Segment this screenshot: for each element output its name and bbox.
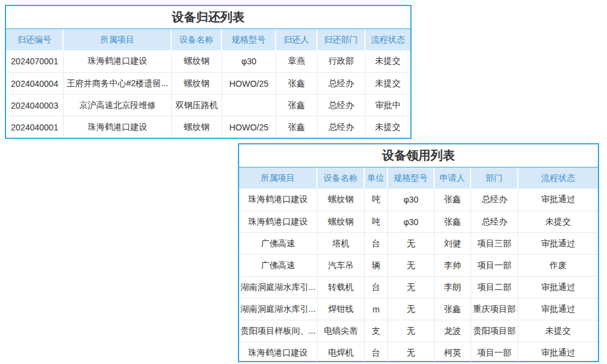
link-cell[interactable]: 张鑫 <box>435 211 471 232</box>
column-header: 归还部门 <box>317 29 365 50</box>
table-row: 2024040001珠海鹤港口建设螺纹钢HOWO/25张鑫总经办未提交 <box>6 116 410 138</box>
link-cell[interactable]: 塔机 <box>317 232 365 254</box>
status-text: 审批通过 <box>518 232 598 254</box>
cell-text: 广佛高速 <box>239 254 317 276</box>
cell-text: 螺纹钢 <box>172 72 222 94</box>
link-cell[interactable]: 张鑫 <box>435 298 471 320</box>
link-cell[interactable]: 柯英 <box>435 342 471 363</box>
status-text: 审批通过 <box>518 276 598 298</box>
column-header: 规格型号 <box>388 167 435 189</box>
table-row: 珠海鹤港口建设螺纹钢吨φ30张鑫总经办审批通过 <box>239 189 598 211</box>
equipment-requisition-panel: 设备领用列表 所属项目设备名称单位规格型号申请人部门流程状态 珠海鹤港口建设螺纹… <box>238 143 599 362</box>
column-header: 流程状态 <box>365 29 410 50</box>
table-row: 2024040003京沪高速北京段维修双钢压路机张鑫总经办审批中 <box>6 94 410 116</box>
column-header: 单位 <box>365 167 388 189</box>
cell-text: 支 <box>365 320 388 342</box>
cell-text: 项目一部 <box>471 254 518 276</box>
cell-text: 广佛高速 <box>239 232 317 254</box>
column-header: 所属项目 <box>239 167 317 189</box>
link-cell[interactable]: 汽车吊 <box>317 254 365 276</box>
cell-text: 珠海鹤港口建设 <box>239 211 317 232</box>
status-text: 作废 <box>518 254 598 276</box>
cell-text: 珠海鹤港口建设 <box>64 116 172 138</box>
table-row: 湖南洞庭湖水库引...转载机台无李朗项目二部审批通过 <box>239 276 598 298</box>
return-table-header-row: 归还编号所属项目设备名称规格型号归还人归还部门流程状态 <box>6 29 410 50</box>
link-cell[interactable]: 龙波 <box>435 320 471 342</box>
cell-text: 总经办 <box>471 211 518 232</box>
link-cell[interactable]: 焊钳线 <box>317 298 365 320</box>
cell-text: 吨 <box>365 189 388 211</box>
link-cell[interactable]: 刘健 <box>435 232 471 254</box>
link-cell[interactable]: 李帅 <box>435 254 471 276</box>
status-text: 未提交 <box>518 320 598 342</box>
equipment-return-table: 归还编号所属项目设备名称规格型号归还人归还部门流程状态 2024070001珠海… <box>6 29 410 138</box>
cell-text: 行政部 <box>317 50 365 72</box>
cell-text: 贵阳项目部 <box>471 320 518 342</box>
table-row: 广佛高速塔机台无刘健项目三部审批通过 <box>239 232 598 254</box>
cell-text: 未提交 <box>365 116 410 138</box>
cell-text: 湖南洞庭湖水库引... <box>239 276 317 298</box>
status-text: 审批通过 <box>518 298 598 320</box>
cell-text: 项目一部 <box>471 342 518 363</box>
cell-text: m <box>365 298 388 320</box>
cell-text: 台 <box>365 232 388 254</box>
cell-text: 审批中 <box>365 94 410 116</box>
cell-text: 总经办 <box>317 94 365 116</box>
cell-text: 张鑫 <box>276 116 317 138</box>
equipment-return-panel: 设备归还列表 归还编号所属项目设备名称规格型号归还人归还部门流程状态 20240… <box>5 5 412 139</box>
cell-text: 2024040001 <box>6 116 64 138</box>
link-cell[interactable]: 李朗 <box>435 276 471 298</box>
equipment-requisition-title: 设备领用列表 <box>239 144 598 167</box>
column-header: 设备名称 <box>172 29 222 50</box>
cell-text: 王府井商务中心#2楼遗留... <box>64 72 172 94</box>
cell-text: 无 <box>388 342 435 363</box>
cell-text: 湖南洞庭湖水库引... <box>239 298 317 320</box>
cell-text: 2024040004 <box>6 72 64 94</box>
cell-text: HOWO/25 <box>222 116 276 138</box>
cell-text: 螺纹钢 <box>172 116 222 138</box>
cell-text: 章燕 <box>276 50 317 72</box>
link-cell[interactable]: 螺纹钢 <box>317 211 365 232</box>
table-row: 珠海鹤港口建设电焊机台无柯英项目一部审批通过 <box>239 342 598 363</box>
equipment-return-title: 设备归还列表 <box>6 6 410 29</box>
column-header: 归还编号 <box>6 29 64 50</box>
link-cell[interactable]: 电镐尖凿 <box>317 320 365 342</box>
table-row: 2024040004王府井商务中心#2楼遗留...螺纹钢HOWO/25张鑫总经办… <box>6 72 410 94</box>
link-cell[interactable]: 张鑫 <box>435 189 471 211</box>
column-header: 所属项目 <box>64 29 172 50</box>
status-text: 审批通过 <box>518 189 598 211</box>
link-cell[interactable]: 螺纹钢 <box>317 189 365 211</box>
cell-text: 项目三部 <box>471 232 518 254</box>
cell-text: HOWO/25 <box>222 72 276 94</box>
table-row: 珠海鹤港口建设螺纹钢吨φ30张鑫总经办未提交 <box>239 211 598 232</box>
cell-text: 总经办 <box>471 189 518 211</box>
cell-text: 珠海鹤港口建设 <box>64 50 172 72</box>
cell-text: 未提交 <box>365 72 410 94</box>
cell-text: 辆 <box>365 254 388 276</box>
column-header: 部门 <box>471 167 518 189</box>
column-header: 申请人 <box>435 167 471 189</box>
column-header: 流程状态 <box>518 167 598 189</box>
cell-text: 吨 <box>365 211 388 232</box>
requisition-table-header-row: 所属项目设备名称单位规格型号申请人部门流程状态 <box>239 167 598 189</box>
table-row: 贵阳项目样板间、...电镐尖凿支无龙波贵阳项目部未提交 <box>239 320 598 342</box>
cell-text: φ30 <box>388 211 435 232</box>
cell-text: 项目二部 <box>471 276 518 298</box>
cell-text: 未提交 <box>365 50 410 72</box>
cell-text <box>222 94 276 116</box>
link-cell[interactable]: 转载机 <box>317 276 365 298</box>
cell-text: φ30 <box>222 50 276 72</box>
cell-text: 贵阳项目样板间、... <box>239 320 317 342</box>
cell-text: 珠海鹤港口建设 <box>239 189 317 211</box>
column-header: 归还人 <box>276 29 317 50</box>
cell-text: 无 <box>388 254 435 276</box>
cell-text: 螺纹钢 <box>172 50 222 72</box>
link-cell[interactable]: 电焊机 <box>317 342 365 363</box>
table-row: 广佛高速汽车吊辆无李帅项目一部作废 <box>239 254 598 276</box>
cell-text: 无 <box>388 276 435 298</box>
cell-text: 京沪高速北京段维修 <box>64 94 172 116</box>
equipment-requisition-table: 所属项目设备名称单位规格型号申请人部门流程状态 珠海鹤港口建设螺纹钢吨φ30张鑫… <box>239 167 598 363</box>
status-text: 审批通过 <box>518 342 598 363</box>
cell-text: 无 <box>388 232 435 254</box>
cell-text: 2024040003 <box>6 94 64 116</box>
